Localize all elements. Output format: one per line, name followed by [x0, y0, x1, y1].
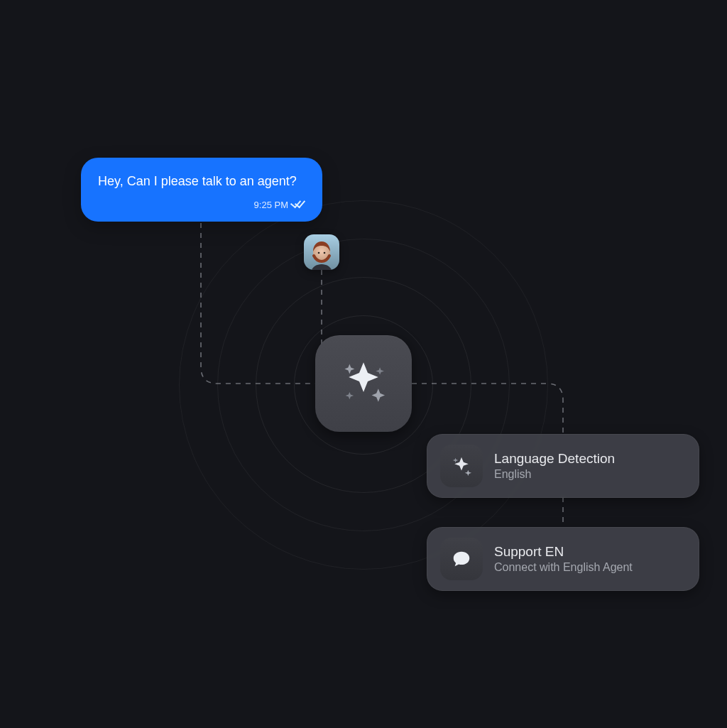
step-subtitle: English — [494, 468, 615, 481]
sparkles-icon — [337, 356, 390, 411]
step-card-support-en[interactable]: Support EN Connect with English Agent — [427, 527, 699, 591]
ai-core-tile — [315, 335, 412, 432]
step-title: Support EN — [494, 544, 633, 560]
step-card-language-detection[interactable]: Language Detection English — [427, 434, 699, 498]
step-title: Language Detection — [494, 451, 615, 467]
step-subtitle: Connect with English Agent — [494, 561, 633, 574]
chat-message-text: Hey, Can I please talk to an agent? — [98, 173, 305, 190]
svg-point-3 — [324, 252, 326, 254]
sparkles-icon — [440, 445, 483, 487]
user-chat-bubble: Hey, Can I please talk to an agent? 9:25… — [81, 158, 322, 222]
user-avatar — [304, 234, 339, 270]
svg-point-2 — [318, 252, 320, 254]
chat-bubble-icon — [440, 538, 483, 580]
read-receipt-icon — [293, 200, 305, 209]
chat-timestamp: 9:25 PM — [254, 200, 288, 210]
